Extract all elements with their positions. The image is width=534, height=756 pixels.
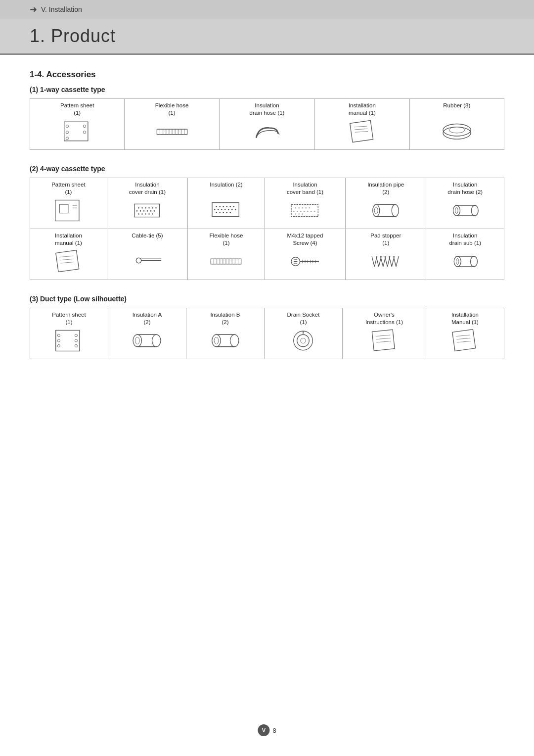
- table-1way: Pattern sheet(1): [30, 98, 504, 150]
- cell-insulation-drain-hose-2: Insulationdrain hose (2): [426, 178, 504, 229]
- svg-point-1: [66, 125, 68, 128]
- cell-installation-manual-1way: Installationmanual (1): [315, 99, 409, 150]
- svg-point-21: [443, 124, 471, 136]
- svg-point-72: [300, 211, 302, 212]
- manual-icon: [345, 118, 379, 145]
- svg-point-37: [147, 210, 148, 212]
- svg-point-125: [58, 339, 60, 342]
- manual-4way-icon: [51, 248, 86, 275]
- cell-label: Pattern sheet(1): [34, 181, 103, 196]
- cell-drain-socket: Drain Socket(1): [264, 308, 342, 359]
- table-row: Pattern sheet(1): [30, 99, 504, 150]
- table-row: Installationmanual (1) Cable-tie (5): [30, 229, 504, 280]
- svg-line-92: [60, 259, 74, 260]
- cell-image: [430, 196, 500, 226]
- svg-point-118: [470, 256, 477, 267]
- svg-line-93: [61, 262, 75, 264]
- svg-point-89: [455, 208, 458, 214]
- svg-point-69: [309, 207, 310, 209]
- svg-point-129: [75, 344, 78, 347]
- table-row: Pattern sheet(1) Insulationcover drain (…: [30, 178, 504, 229]
- svg-point-36: [143, 210, 145, 212]
- cell-label: M4x12 tappedScrew (4): [269, 232, 341, 247]
- svg-point-40: [138, 213, 139, 215]
- cell-image: [319, 117, 405, 146]
- svg-point-30: [145, 207, 146, 209]
- cell-image: [192, 195, 261, 225]
- svg-point-63: [230, 212, 231, 214]
- svg-line-151: [457, 341, 471, 342]
- svg-point-50: [230, 206, 231, 207]
- svg-point-49: [226, 206, 228, 207]
- cell-label: Insulation A(2): [112, 311, 182, 326]
- cell-image: [34, 117, 120, 146]
- cell-image: [192, 247, 261, 277]
- cell-image: [129, 117, 215, 146]
- svg-point-54: [221, 209, 222, 211]
- svg-point-56: [228, 209, 229, 211]
- svg-point-127: [75, 334, 78, 336]
- svg-point-33: [155, 207, 157, 209]
- svg-line-17: [355, 126, 367, 127]
- cell-image: [190, 326, 260, 356]
- svg-point-22: [449, 127, 465, 133]
- cell-image: [111, 246, 183, 276]
- svg-point-34: [136, 210, 138, 212]
- svg-line-149: [456, 335, 470, 336]
- cell-image: [269, 196, 341, 226]
- cell-insulation-pipe: Insulation pipe(2): [346, 178, 426, 229]
- svg-point-44: [152, 213, 153, 215]
- svg-point-75: [311, 211, 312, 212]
- svg-point-53: [218, 209, 219, 211]
- svg-point-57: [231, 209, 233, 211]
- cell-image: [430, 326, 500, 356]
- cell-image: [350, 196, 422, 226]
- svg-point-77: [295, 213, 296, 215]
- svg-line-19: [355, 132, 368, 133]
- page-wrapper: ➜ V. Installation 1. Product 1-4. Access…: [0, 0, 534, 756]
- cell-pattern-sheet-4way: Pattern sheet(1): [30, 178, 107, 229]
- cell-label: Insulation (2): [192, 181, 261, 195]
- top-header: ➜ V. Installation: [0, 0, 534, 19]
- pad-stopper-icon: [368, 248, 403, 275]
- svg-point-138: [212, 334, 221, 347]
- svg-point-142: [301, 338, 306, 343]
- svg-rect-23: [55, 200, 79, 221]
- cell-installation-manual-duct: InstallationManual (1): [426, 308, 504, 359]
- insulation-b-icon: [208, 327, 242, 354]
- svg-rect-16: [350, 121, 373, 142]
- svg-point-3: [66, 137, 68, 140]
- svg-line-18: [355, 129, 368, 130]
- cell-image: [34, 326, 104, 356]
- table-duct: Pattern sheet(1): [30, 308, 504, 359]
- svg-point-88: [453, 205, 460, 216]
- insulation-a-icon: [130, 327, 164, 354]
- svg-point-62: [226, 212, 228, 214]
- cell-owners-instructions: Owner'sInstructions (1): [342, 308, 426, 359]
- installation-manual-duct-icon: [447, 327, 482, 354]
- svg-point-79: [302, 213, 303, 215]
- svg-point-66: [298, 207, 300, 209]
- cell-label: Insulation B(2): [190, 311, 260, 326]
- svg-point-52: [214, 209, 216, 211]
- svg-point-5: [83, 131, 86, 134]
- svg-point-78: [298, 213, 300, 215]
- table-row: Pattern sheet(1): [30, 308, 504, 359]
- cell-insulation-a: Insulation A(2): [108, 308, 186, 359]
- svg-line-91: [60, 256, 74, 257]
- cell-pattern-sheet-duct: Pattern sheet(1): [30, 308, 108, 359]
- cell-image: [430, 247, 500, 277]
- rubber-icon: [440, 117, 474, 144]
- svg-point-68: [305, 207, 307, 209]
- insulation-drain-icon: [250, 118, 284, 145]
- cell-pattern-sheet-1way: Pattern sheet(1): [30, 99, 125, 150]
- svg-point-60: [220, 212, 221, 214]
- subheading-4way: (2) 4-way cassette type: [30, 165, 504, 173]
- cell-insulation-cover-band: Insulationcover band (1): [265, 178, 345, 229]
- page-number-area: V 8: [258, 724, 276, 736]
- cell-flexible-hose-4way: Flexible hose(1): [188, 229, 265, 280]
- svg-point-70: [293, 211, 295, 212]
- cell-label: Insulationcover drain (1): [111, 181, 183, 196]
- cell-image: [347, 326, 422, 356]
- cell-label: Insulation pipe(2): [350, 181, 422, 196]
